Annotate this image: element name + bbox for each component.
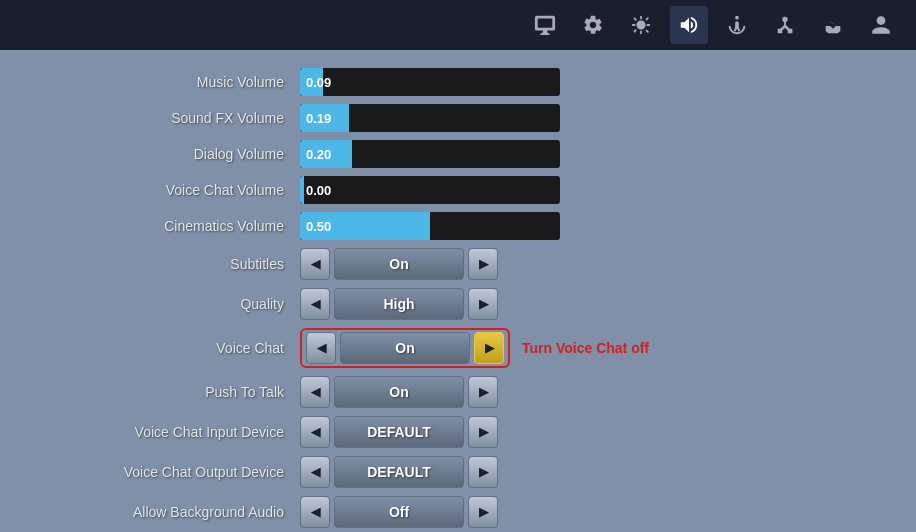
nav-icons xyxy=(526,0,900,50)
left-arrow-btn[interactable]: ◀ xyxy=(300,416,330,448)
slider-label: Sound FX Volume xyxy=(40,110,300,126)
nav-audio-icon[interactable] xyxy=(670,6,708,44)
right-arrow-btn[interactable]: ▶ xyxy=(468,456,498,488)
nav-settings-icon[interactable] xyxy=(574,6,612,44)
right-arrow-btn[interactable]: ▶ xyxy=(468,496,498,528)
slider-track[interactable]: 0.00 xyxy=(300,176,560,204)
settings-content: Music Volume0.09Sound FX Volume0.19Dialo… xyxy=(0,50,916,532)
nav-gamepad-icon[interactable] xyxy=(814,6,852,44)
slider-track[interactable]: 0.09 xyxy=(300,68,560,96)
option-label: Voice Chat Input Device xyxy=(40,424,300,440)
option-label: Push To Talk xyxy=(40,384,300,400)
option-wrapper: ◀DEFAULT▶ xyxy=(300,416,498,448)
slider-track[interactable]: 0.20 xyxy=(300,140,560,168)
nav-accessibility-icon[interactable] xyxy=(718,6,756,44)
annotation-text: Turn Voice Chat off xyxy=(522,340,649,356)
option-wrapper: ◀On▶ xyxy=(300,248,498,280)
slider-value: 0.50 xyxy=(306,219,331,234)
right-arrow-btn[interactable]: ▶ xyxy=(468,288,498,320)
nav-monitor-icon[interactable] xyxy=(526,6,564,44)
option-wrapper: ◀High▶ xyxy=(300,288,498,320)
slider-label: Dialog Volume xyxy=(40,146,300,162)
option-row: Voice Chat◀On▶Turn Voice Chat off xyxy=(40,328,876,368)
option-value: On xyxy=(334,248,464,280)
option-row: Quality◀High▶ xyxy=(40,288,876,320)
slider-rows: Music Volume0.09Sound FX Volume0.19Dialo… xyxy=(40,68,876,240)
option-wrapper: ◀On▶ xyxy=(300,376,498,408)
option-label: Voice Chat Output Device xyxy=(40,464,300,480)
slider-label: Voice Chat Volume xyxy=(40,182,300,198)
left-arrow-btn[interactable]: ◀ xyxy=(300,376,330,408)
option-wrapper: ◀DEFAULT▶ xyxy=(300,456,498,488)
slider-value: 0.09 xyxy=(306,75,331,90)
slider-fill xyxy=(300,176,304,204)
right-arrow-btn[interactable]: ▶ xyxy=(468,416,498,448)
option-row: Voice Chat Output Device◀DEFAULT▶ xyxy=(40,456,876,488)
option-label: Subtitles xyxy=(40,256,300,272)
left-arrow-btn[interactable]: ◀ xyxy=(300,496,330,528)
right-arrow-btn[interactable]: ▶ xyxy=(468,376,498,408)
nav-user-icon[interactable] xyxy=(862,6,900,44)
slider-track[interactable]: 0.19 xyxy=(300,104,560,132)
option-value: High xyxy=(334,288,464,320)
slider-row: Sound FX Volume0.19 xyxy=(40,104,876,132)
left-arrow-btn[interactable]: ◀ xyxy=(300,248,330,280)
nav-brightness-icon[interactable] xyxy=(622,6,660,44)
option-wrapper: ◀Off▶ xyxy=(300,496,498,528)
option-value: Off xyxy=(334,496,464,528)
left-arrow-btn[interactable]: ◀ xyxy=(300,288,330,320)
slider-row: Dialog Volume0.20 xyxy=(40,140,876,168)
slider-value: 0.20 xyxy=(306,147,331,162)
slider-label: Cinematics Volume xyxy=(40,218,300,234)
option-value: On xyxy=(340,332,470,364)
option-rows: Subtitles◀On▶Quality◀High▶Voice Chat◀On▶… xyxy=(40,248,876,528)
right-arrow-btn[interactable]: ▶ xyxy=(468,248,498,280)
option-value: On xyxy=(334,376,464,408)
option-wrapper: ◀On▶ xyxy=(300,328,510,368)
option-row: Allow Background Audio◀Off▶ xyxy=(40,496,876,528)
option-row: Push To Talk◀On▶ xyxy=(40,376,876,408)
option-value: DEFAULT xyxy=(334,416,464,448)
slider-row: Voice Chat Volume0.00 xyxy=(40,176,876,204)
option-value: DEFAULT xyxy=(334,456,464,488)
slider-value: 0.00 xyxy=(306,183,331,198)
option-label: Voice Chat xyxy=(40,340,300,356)
slider-row: Cinematics Volume0.50 xyxy=(40,212,876,240)
left-arrow-btn[interactable]: ◀ xyxy=(306,332,336,364)
option-label: Quality xyxy=(40,296,300,312)
header xyxy=(0,0,916,50)
nav-network-icon[interactable] xyxy=(766,6,804,44)
slider-value: 0.19 xyxy=(306,111,331,126)
slider-row: Music Volume0.09 xyxy=(40,68,876,96)
left-arrow-btn[interactable]: ◀ xyxy=(300,456,330,488)
svg-point-0 xyxy=(735,16,739,20)
slider-label: Music Volume xyxy=(40,74,300,90)
right-arrow-btn[interactable]: ▶ xyxy=(474,332,504,364)
option-row: Subtitles◀On▶ xyxy=(40,248,876,280)
slider-track[interactable]: 0.50 xyxy=(300,212,560,240)
option-row: Voice Chat Input Device◀DEFAULT▶ xyxy=(40,416,876,448)
option-label: Allow Background Audio xyxy=(40,504,300,520)
